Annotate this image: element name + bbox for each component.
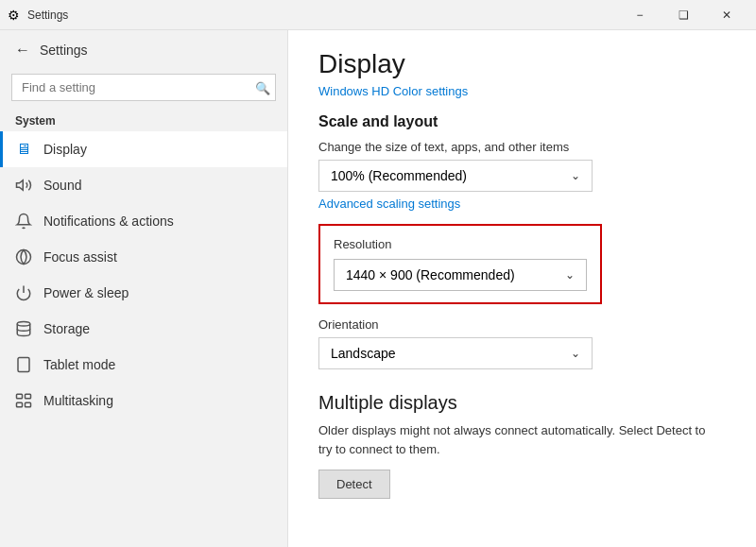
page-title: Display (318, 49, 726, 79)
sidebar-item-power[interactable]: Power & sleep (0, 275, 287, 311)
svg-rect-6 (17, 394, 23, 399)
resolution-chevron-icon: ⌄ (565, 268, 575, 282)
search-input[interactable] (11, 74, 276, 101)
back-arrow-icon: ← (15, 42, 30, 59)
sidebar-item-notifications[interactable]: Notifications & actions (0, 203, 287, 239)
display-icon: 🖥 (15, 141, 32, 158)
title-bar-left: ⚙ Settings (8, 8, 68, 23)
resolution-value: 1440 × 900 (Recommended) (346, 267, 515, 282)
resolution-label: Resolution (334, 237, 587, 251)
scale-label: Change the size of text, apps, and other… (318, 140, 726, 154)
sidebar-item-label: Sound (43, 178, 81, 193)
search-icon: 🔍 (255, 80, 270, 94)
sidebar-search: 🔍 (11, 74, 276, 101)
maximize-button[interactable]: ❑ (662, 0, 705, 30)
sidebar-item-label: Tablet mode (43, 357, 115, 372)
svg-point-1 (17, 250, 31, 265)
svg-rect-7 (26, 394, 31, 399)
svg-rect-8 (17, 402, 23, 407)
back-button[interactable]: ← Settings (0, 30, 287, 70)
scale-chevron-icon: ⌄ (571, 169, 580, 182)
title-bar: ⚙ Settings − ❑ ✕ (0, 0, 756, 30)
sidebar-item-storage[interactable]: Storage (0, 311, 287, 347)
sidebar-item-multitasking[interactable]: Multitasking (0, 383, 287, 419)
power-icon (15, 284, 32, 301)
close-button[interactable]: ✕ (705, 0, 748, 30)
sidebar-item-tablet[interactable]: Tablet mode (0, 347, 287, 383)
back-label: Settings (40, 43, 88, 58)
title-bar-controls: − ❑ ✕ (618, 0, 748, 30)
scale-dropdown[interactable]: 100% (Recommended) ⌄ (318, 160, 593, 192)
focus-icon (15, 248, 32, 265)
settings-icon: ⚙ (8, 8, 20, 23)
orientation-dropdown[interactable]: Landscape ⌄ (318, 337, 593, 369)
multiple-displays-desc: Older displays might not always connect … (318, 421, 715, 458)
sound-icon (15, 177, 32, 194)
orientation-label: Orientation (318, 317, 726, 332)
top-link[interactable]: Windows HD Color settings (318, 84, 468, 98)
sidebar-item-label: Display (43, 142, 87, 157)
title-bar-title: Settings (27, 9, 68, 22)
sidebar-item-label: Power & sleep (43, 285, 129, 300)
scale-value: 100% (Recommended) (331, 168, 467, 183)
tablet-icon (15, 356, 32, 373)
multitasking-icon (15, 392, 32, 409)
scale-section-title: Scale and layout (318, 113, 726, 130)
sidebar-item-sound[interactable]: Sound (0, 167, 287, 203)
sidebar-item-label: Storage (43, 321, 90, 336)
multiple-displays-title: Multiple displays (318, 392, 726, 414)
orientation-section: Orientation Landscape ⌄ (318, 317, 726, 369)
content-area: Display Windows HD Color settings Scale … (288, 30, 756, 547)
sidebar-item-label: Notifications & actions (43, 214, 174, 229)
orientation-value: Landscape (331, 346, 396, 361)
resolution-block: Resolution 1440 × 900 (Recommended) ⌄ (318, 224, 602, 304)
notifications-icon (15, 213, 32, 230)
sidebar-item-label: Multitasking (43, 393, 113, 408)
advanced-scaling-link[interactable]: Advanced scaling settings (318, 197, 460, 211)
svg-rect-9 (26, 402, 31, 407)
resolution-dropdown[interactable]: 1440 × 900 (Recommended) ⌄ (334, 259, 587, 291)
sidebar: ← Settings 🔍 System 🖥 Display Sound (0, 30, 288, 547)
sidebar-item-focus[interactable]: Focus assist (0, 239, 287, 275)
svg-rect-4 (18, 358, 29, 372)
detect-button[interactable]: Detect (318, 470, 390, 499)
sidebar-item-label: Focus assist (43, 249, 117, 265)
minimize-button[interactable]: − (618, 0, 662, 30)
main-layout: ← Settings 🔍 System 🖥 Display Sound (0, 30, 756, 547)
svg-point-3 (17, 322, 30, 327)
sidebar-item-display[interactable]: 🖥 Display (0, 131, 287, 167)
svg-marker-0 (17, 180, 24, 191)
storage-icon (15, 320, 32, 337)
orientation-chevron-icon: ⌄ (571, 347, 580, 360)
sidebar-section-title: System (0, 109, 287, 131)
